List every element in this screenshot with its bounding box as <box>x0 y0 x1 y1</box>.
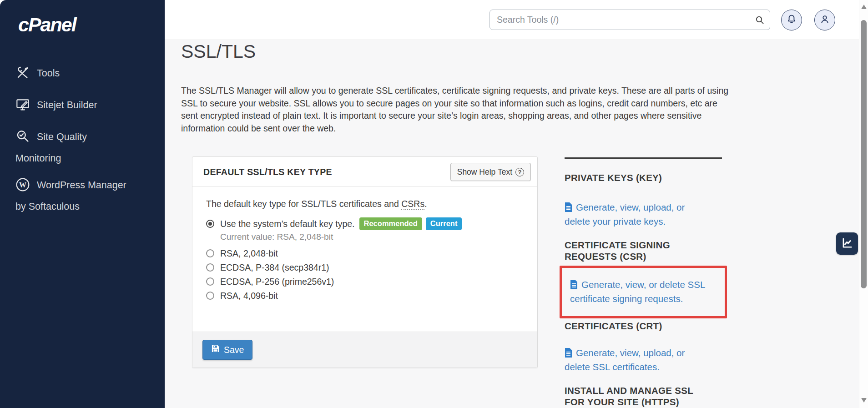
save-button[interactable]: Save <box>202 340 252 360</box>
current-badge: Current <box>426 217 462 230</box>
cpanel-logo[interactable]: cPanel <box>18 14 76 36</box>
radio-option-ecdsa-p384[interactable]: ECDSA, P-384 (secp384r1) <box>206 261 524 274</box>
show-help-text-button[interactable]: Show Help Text ? <box>450 163 531 181</box>
radio-label: ECDSA, P-256 (prime256v1) <box>220 275 334 288</box>
private-keys-heading: PRIVATE KEYS (KEY) <box>565 172 701 183</box>
radio-label: RSA, 4,096-bit <box>220 289 278 302</box>
question-circle-icon: ? <box>515 168 524 176</box>
analytics-fab-button[interactable] <box>836 232 858 255</box>
sidebar-item-label-line2: Monitoring <box>15 153 152 164</box>
certificates-link[interactable]: Generate, view, upload, or delete SSL ce… <box>565 346 701 374</box>
radio-unselected[interactable] <box>206 263 214 272</box>
radio-option-rsa-2048[interactable]: RSA, 2,048-bit <box>206 247 524 260</box>
install-ssl-heading: INSTALL AND MANAGE SSL FOR YOUR SITE (HT… <box>565 385 701 408</box>
column-divider <box>565 157 722 159</box>
private-keys-link[interactable]: Generate, view, upload, or delete your p… <box>565 200 701 228</box>
sidebar-item-label: Sitejet Builder <box>37 100 97 111</box>
top-bar <box>165 0 859 40</box>
recommended-badge: Recommended <box>359 217 422 230</box>
user-icon <box>819 13 831 27</box>
sidebar-item-wordpress-manager[interactable]: W WordPress Manager by Softaculous <box>15 177 152 212</box>
radio-option-rsa-4096[interactable]: RSA, 4,096-bit <box>206 289 524 302</box>
radio-selected[interactable] <box>206 220 214 228</box>
panel-footer: Save <box>192 332 537 368</box>
radio-label: ECDSA, P-384 (secp384r1) <box>220 261 329 274</box>
sidebar-item-label: WordPress Manager <box>37 180 126 191</box>
sidebar-item-label-line2: by Softaculous <box>15 201 152 212</box>
scroll-up-arrow[interactable] <box>861 5 867 9</box>
notifications-button[interactable] <box>781 10 802 30</box>
csr-term: CSRs <box>401 199 424 210</box>
document-icon <box>565 201 572 211</box>
csr-link[interactable]: Generate, view, or delete SSL certificat… <box>570 277 711 306</box>
radio-unselected[interactable] <box>206 277 214 286</box>
radio-option-system-default[interactable]: Use the system’s default key type. Recom… <box>206 217 524 231</box>
search-icon[interactable] <box>754 15 765 25</box>
link-label: Generate, view, or delete SSL certificat… <box>570 279 705 304</box>
sidebar: cPanel Tools Sitejet Builder Site Qualit… <box>0 0 165 408</box>
svg-text:W: W <box>19 181 26 189</box>
wordpress-icon: W <box>15 177 30 192</box>
page-description: The SSL/TLS Manager will allow you to ge… <box>181 85 732 135</box>
site-quality-icon <box>15 129 30 144</box>
intro-text: The default key type for SSL/TLS certifi… <box>206 199 401 209</box>
save-icon <box>211 344 220 355</box>
csr-heading: CERTIFICATE SIGNING REQUESTS (CSR) <box>565 239 701 262</box>
scroll-down-arrow[interactable] <box>861 398 867 403</box>
panel-body: The default key type for SSL/TLS certifi… <box>192 187 537 332</box>
panel-header: DEFAULT SSL/TLS KEY TYPE Show Help Text … <box>192 157 537 187</box>
sidebar-item-tools[interactable]: Tools <box>15 65 152 80</box>
search-box <box>490 10 770 30</box>
main-content: SSL/TLS The SSL/TLS Manager will allow y… <box>165 40 859 408</box>
bell-icon <box>786 13 797 27</box>
sidebar-item-label: Tools <box>37 68 60 79</box>
panel-title: DEFAULT SSL/TLS KEY TYPE <box>203 167 332 177</box>
sitejet-builder-icon <box>15 97 30 112</box>
account-button[interactable] <box>814 10 835 30</box>
panel-intro: The default key type for SSL/TLS certifi… <box>206 199 524 209</box>
intro-period: . <box>424 199 427 209</box>
chart-line-icon <box>841 237 853 251</box>
radio-unselected[interactable] <box>206 249 214 257</box>
help-button-label: Show Help Text <box>457 167 512 177</box>
page-title: SSL/TLS <box>181 41 256 62</box>
default-key-type-panel: DEFAULT SSL/TLS KEY TYPE Show Help Text … <box>192 156 538 368</box>
scrollbar-thumb[interactable] <box>861 20 867 288</box>
radio-unselected[interactable] <box>206 292 214 300</box>
sidebar-item-site-quality-monitoring[interactable]: Site Quality Monitoring <box>15 129 152 164</box>
scrollbar[interactable] <box>859 0 868 408</box>
certificates-heading: CERTIFICATES (CRT) <box>565 320 701 332</box>
radio-label: RSA, 2,048-bit <box>220 247 278 260</box>
current-value-text: Current value: RSA, 2,048-bit <box>220 232 524 242</box>
link-label: Generate, view, upload, or delete SSL ce… <box>565 348 685 372</box>
document-icon <box>565 347 572 357</box>
search-input[interactable] <box>490 10 770 30</box>
radio-label: Use the system’s default key type. <box>220 217 355 231</box>
radio-option-ecdsa-p256[interactable]: ECDSA, P-256 (prime256v1) <box>206 275 524 288</box>
sidebar-item-label: Site Quality <box>37 131 87 142</box>
tools-icon <box>15 65 30 80</box>
link-label: Generate, view, upload, or delete your p… <box>565 202 685 227</box>
document-icon <box>570 279 578 288</box>
save-button-label: Save <box>224 345 244 355</box>
sidebar-item-sitejet-builder[interactable]: Sitejet Builder <box>15 97 152 112</box>
